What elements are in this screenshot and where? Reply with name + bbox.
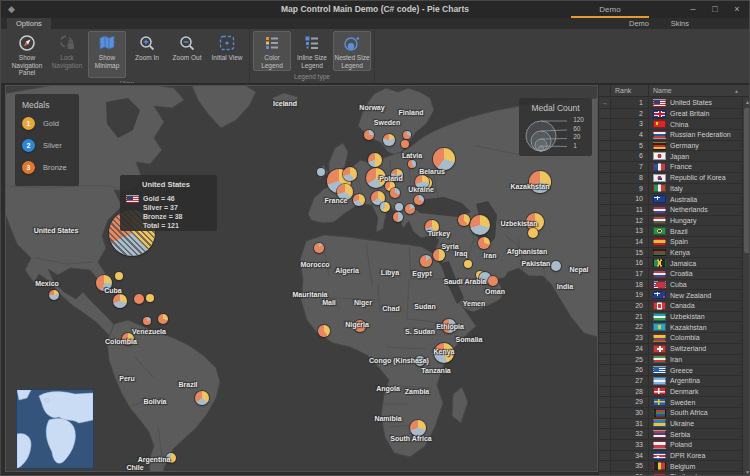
medal-pie-marker[interactable] bbox=[318, 325, 330, 337]
table-row[interactable]: →1United States bbox=[599, 98, 742, 109]
ribbon-button-show-minimap[interactable]: Show Minimap bbox=[88, 31, 126, 78]
medal-pie-marker[interactable] bbox=[354, 320, 366, 332]
maximize-button[interactable]: □ bbox=[705, 3, 725, 16]
medal-pie-marker[interactable] bbox=[442, 319, 456, 333]
medal-pie-marker[interactable] bbox=[314, 243, 324, 253]
medal-pie-marker[interactable] bbox=[353, 194, 365, 206]
table-row[interactable]: 21Uzbekistan bbox=[599, 312, 742, 323]
table-row[interactable]: 13Brazil bbox=[599, 226, 742, 237]
table-row[interactable]: 36Thailand bbox=[599, 472, 742, 476]
medal-pie-marker[interactable] bbox=[433, 249, 445, 261]
table-row[interactable]: 26Greece bbox=[599, 365, 742, 376]
medal-pie-marker[interactable] bbox=[158, 314, 168, 324]
table-row[interactable]: 14Spain bbox=[599, 237, 742, 248]
medal-pie-marker[interactable] bbox=[414, 195, 424, 205]
medal-pie-marker[interactable] bbox=[478, 237, 490, 249]
scroll-down-icon[interactable]: ▼ bbox=[743, 468, 750, 476]
minimap[interactable] bbox=[16, 389, 94, 469]
table-row[interactable]: 30South Africa bbox=[599, 408, 742, 419]
table-row[interactable]: 32Serbia bbox=[599, 429, 742, 440]
table-row[interactable]: 28Denmark bbox=[599, 387, 742, 398]
medal-pie-marker[interactable] bbox=[393, 212, 403, 222]
table-row[interactable]: 5Germany bbox=[599, 141, 742, 152]
module-tab-demo[interactable]: Demo bbox=[571, 2, 649, 18]
table-row[interactable]: 17Croatia bbox=[599, 269, 742, 280]
table-row[interactable]: 25Iran bbox=[599, 355, 742, 366]
table-row[interactable]: 6Japan bbox=[599, 151, 742, 162]
table-row[interactable]: 7France bbox=[599, 162, 742, 173]
medal-pie-marker[interactable] bbox=[410, 420, 426, 436]
medal-pie-marker[interactable] bbox=[464, 260, 472, 268]
ribbon-button-zoom-in[interactable]: Zoom In bbox=[128, 31, 166, 78]
table-row[interactable]: 4Russian Federation bbox=[599, 130, 742, 141]
table-row[interactable]: 9Italy bbox=[599, 184, 742, 195]
table-row[interactable]: 31Ukraine bbox=[599, 419, 742, 430]
table-row[interactable]: 3China bbox=[599, 119, 742, 130]
table-row[interactable]: 10Australia bbox=[599, 194, 742, 205]
medal-pie-marker[interactable] bbox=[420, 255, 432, 267]
medal-pie-marker[interactable] bbox=[434, 343, 454, 363]
medal-pie-marker[interactable] bbox=[166, 453, 176, 463]
table-row[interactable]: 20Canada bbox=[599, 301, 742, 312]
table-row[interactable]: 34DPR Korea bbox=[599, 451, 742, 462]
medal-pie-marker[interactable] bbox=[403, 131, 411, 139]
medal-pie-marker[interactable] bbox=[195, 391, 209, 405]
medal-pie-marker[interactable] bbox=[391, 169, 403, 181]
medal-pie-marker[interactable] bbox=[458, 214, 470, 226]
medal-pie-marker[interactable] bbox=[405, 204, 415, 214]
medal-pie-marker[interactable] bbox=[528, 228, 538, 238]
medal-pie-marker[interactable] bbox=[425, 220, 439, 234]
ribbon-button-show-navigation-panel[interactable]: Show Navigation Panel bbox=[8, 31, 46, 78]
tab-skins[interactable]: Skins bbox=[663, 18, 697, 29]
medal-pie-marker[interactable] bbox=[317, 168, 325, 176]
table-row[interactable]: 35Belgium bbox=[599, 461, 742, 472]
map-control[interactable]: IcelandNorwayFinlandSwedenLatviaBelarusP… bbox=[5, 85, 598, 472]
medal-pie-marker[interactable] bbox=[383, 134, 395, 146]
medal-pie-marker[interactable] bbox=[433, 148, 455, 170]
medal-pie-marker[interactable] bbox=[368, 153, 382, 167]
grid-scrollbar[interactable]: ▲ ▼ bbox=[742, 98, 750, 476]
medal-pie-marker[interactable] bbox=[408, 160, 416, 168]
medal-pie-marker[interactable] bbox=[49, 290, 59, 300]
medal-pie-marker[interactable] bbox=[488, 276, 498, 286]
tab-demo[interactable]: Demo bbox=[621, 18, 657, 29]
scrollbar-thumb[interactable] bbox=[744, 108, 750, 253]
table-row[interactable]: 12Hungary bbox=[599, 216, 742, 227]
ribbon-button-zoom-out[interactable]: Zoom Out bbox=[168, 31, 206, 78]
scroll-up-icon[interactable]: ▲ bbox=[743, 98, 750, 107]
minimize-button[interactable]: – bbox=[683, 3, 703, 16]
ribbon-button-color-legend[interactable]: Color Legend bbox=[253, 31, 291, 71]
table-row[interactable]: 27Argentina bbox=[599, 376, 742, 387]
medal-pie-marker[interactable] bbox=[401, 140, 409, 148]
medal-pie-marker[interactable] bbox=[337, 184, 353, 200]
table-row[interactable]: 15Kenya bbox=[599, 248, 742, 259]
ribbon-button-initial-view[interactable]: Initial View bbox=[208, 31, 246, 78]
tab-options[interactable]: Options bbox=[7, 18, 51, 29]
medal-pie-marker[interactable] bbox=[143, 317, 151, 325]
medal-pie-marker[interactable] bbox=[96, 275, 112, 291]
medal-pie-marker[interactable] bbox=[551, 261, 561, 271]
table-row[interactable]: 2Great Britain bbox=[599, 109, 742, 120]
ribbon-button-inline-size-legend[interactable]: Inline Size Legend bbox=[293, 31, 331, 71]
table-row[interactable]: 18Cuba bbox=[599, 280, 742, 291]
medal-pie-marker[interactable] bbox=[395, 203, 403, 211]
medal-pie-marker[interactable] bbox=[415, 175, 429, 189]
table-row[interactable]: 23Colombia bbox=[599, 333, 742, 344]
table-row[interactable]: 11Netherlands bbox=[599, 205, 742, 216]
table-row[interactable]: 8Republic of Korea bbox=[599, 173, 742, 184]
medal-pie-marker[interactable] bbox=[134, 294, 144, 304]
table-row[interactable]: 33Poland bbox=[599, 440, 742, 451]
medal-pie-marker[interactable] bbox=[115, 272, 123, 280]
medal-pie-marker[interactable] bbox=[343, 167, 357, 181]
medal-pie-marker[interactable] bbox=[113, 294, 127, 308]
table-row[interactable]: 24Switzerland bbox=[599, 344, 742, 355]
table-row[interactable]: 16Jamaica bbox=[599, 258, 742, 269]
table-row[interactable]: 19New Zealand bbox=[599, 290, 742, 301]
medal-pie-marker[interactable] bbox=[470, 215, 490, 235]
medal-pie-marker[interactable] bbox=[415, 356, 425, 366]
close-button[interactable]: × bbox=[727, 3, 747, 16]
ribbon-button-nested-size-legend[interactable]: Nested Size Legend bbox=[333, 31, 371, 71]
medal-pie-marker[interactable] bbox=[366, 168, 386, 188]
medal-pie-marker[interactable] bbox=[364, 130, 374, 140]
medal-pie-marker[interactable] bbox=[146, 294, 154, 302]
